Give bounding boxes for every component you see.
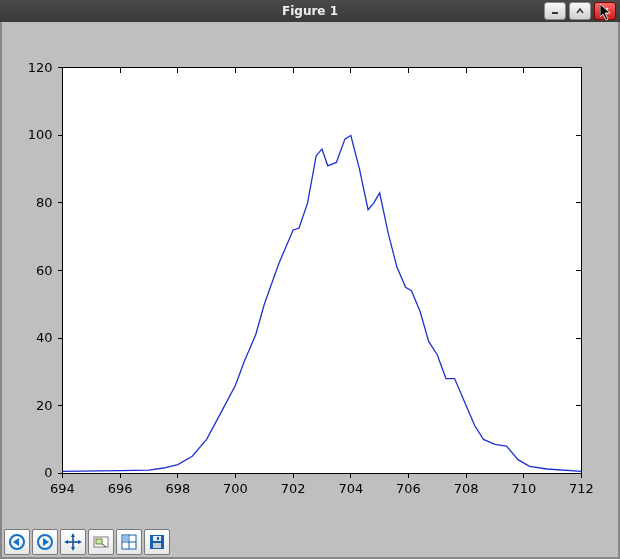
x-tick-label: 704 xyxy=(338,481,363,496)
arrow-left-icon xyxy=(8,533,26,551)
svg-marker-41 xyxy=(43,538,49,546)
x-tick-label: 710 xyxy=(511,481,536,496)
x-tick-label: 706 xyxy=(396,481,421,496)
maximize-icon xyxy=(575,6,585,16)
y-tick-label: 60 xyxy=(36,263,53,278)
minimize-icon xyxy=(550,6,560,16)
window-maximize-button[interactable] xyxy=(569,2,591,20)
x-tick-label: 712 xyxy=(569,481,594,496)
move-icon xyxy=(64,533,82,551)
arrow-right-icon xyxy=(36,533,54,551)
x-tick-label: 702 xyxy=(281,481,306,496)
close-icon xyxy=(600,6,610,16)
y-tick-label: 100 xyxy=(28,127,53,142)
y-tick-label: 80 xyxy=(36,195,53,210)
window-close-button[interactable] xyxy=(594,2,616,20)
subplots-icon xyxy=(120,533,138,551)
svg-marker-47 xyxy=(78,540,82,544)
window-titlebar: Figure 1 xyxy=(0,0,620,23)
y-tick-label: 120 xyxy=(28,60,53,75)
svg-rect-49 xyxy=(96,539,102,544)
svg-marker-44 xyxy=(71,533,75,537)
y-tick-label: 0 xyxy=(44,465,52,480)
toolbar-save-button[interactable] xyxy=(144,529,170,555)
figure-canvas: 6946966987007027047067087107120204060801… xyxy=(6,26,614,525)
svg-rect-57 xyxy=(153,543,161,548)
figure-toolbar xyxy=(4,529,170,555)
axes-frame xyxy=(62,68,581,473)
svg-rect-54 xyxy=(123,536,128,541)
x-tick-label: 708 xyxy=(454,481,479,496)
svg-marker-46 xyxy=(64,540,68,544)
window-title: Figure 1 xyxy=(0,4,620,18)
y-tick-label: 40 xyxy=(36,330,53,345)
window-client-area: 6946966987007027047067087107120204060801… xyxy=(0,22,620,559)
x-tick-label: 696 xyxy=(108,481,133,496)
svg-marker-39 xyxy=(13,538,19,546)
y-tick-label: 20 xyxy=(36,398,53,413)
x-tick-label: 694 xyxy=(50,481,75,496)
toolbar-subplots-button[interactable] xyxy=(116,529,142,555)
save-icon xyxy=(148,533,166,551)
toolbar-back-button[interactable] xyxy=(4,529,30,555)
x-tick-label: 700 xyxy=(223,481,248,496)
svg-marker-45 xyxy=(71,547,75,551)
svg-rect-58 xyxy=(157,537,159,540)
toolbar-pan-button[interactable] xyxy=(60,529,86,555)
x-tick-label: 698 xyxy=(165,481,190,496)
window-minimize-button[interactable] xyxy=(544,2,566,20)
toolbar-forward-button[interactable] xyxy=(32,529,58,555)
chart-svg: 6946966987007027047067087107120204060801… xyxy=(6,26,614,525)
zoom-rect-icon xyxy=(92,533,110,551)
toolbar-zoom-button[interactable] xyxy=(88,529,114,555)
